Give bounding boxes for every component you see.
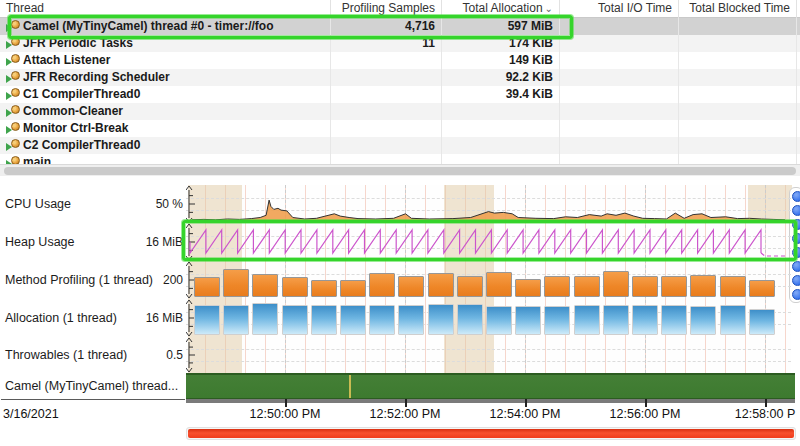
value-cell [560, 86, 679, 103]
time-tick-label: 12:54:00 PM [490, 407, 561, 421]
column-header-profiling-samples[interactable]: Profiling Samples [331, 0, 442, 18]
value-cell [560, 120, 679, 137]
table-row[interactable]: JFR Periodic Tasks11174 KiB [0, 35, 800, 52]
allocation-chart[interactable] [186, 299, 791, 337]
lane-divider [1, 399, 185, 400]
table-row[interactable]: Camel (MyTinyCamel) thread #0 - timer://… [0, 18, 800, 35]
lane-axis-tick-label: 16 MiB [146, 235, 183, 249]
thread-name-cell: C2 CompilerThread0 [0, 137, 331, 154]
table-row[interactable]: Attach Listener149 KiB [0, 52, 800, 69]
value-cell [331, 52, 442, 69]
method-profiling-chart-bar [223, 269, 249, 297]
lane-label-allocation-1-thread: Allocation (1 thread)16 MiB [0, 299, 186, 337]
value-cell [331, 137, 442, 154]
value-cell: 11 [331, 35, 442, 52]
table-scrollbar-thumb[interactable] [4, 167, 796, 175]
table-row[interactable]: JFR Recording Scheduler92.2 KiB [0, 69, 800, 86]
lane-label-throwables-1-thread: Throwables (1 thread)0.5 [0, 337, 186, 373]
lane-title: Heap Usage [5, 235, 75, 249]
chart-zoom-button[interactable] [792, 275, 800, 286]
throwables-chart[interactable] [186, 337, 791, 373]
value-cell: 174 KiB [442, 35, 560, 52]
thread-table: ThreadProfiling SamplesTotal Allocation⌄… [0, 0, 800, 176]
allocation-chart-bar [632, 305, 658, 335]
column-header-total-i/o-time[interactable]: Total I/O Time [560, 0, 679, 18]
lane-title: Throwables (1 thread) [5, 348, 127, 362]
chart-zoom-button[interactable] [792, 191, 800, 202]
value-cell [679, 69, 797, 86]
value-cell [679, 120, 797, 137]
table-row[interactable]: C2 CompilerThread0 [0, 137, 800, 154]
lane-title: Allocation (1 thread) [5, 311, 117, 325]
column-header-total-allocation[interactable]: Total Allocation⌄ [442, 0, 560, 18]
time-tick-label: 12:56:00 PM [610, 407, 681, 421]
lane-label-heap-usage: Heap Usage16 MiB [0, 223, 186, 261]
chart-zoom-button[interactable] [792, 219, 800, 230]
horizontal-gridline [186, 349, 791, 350]
thread-icon [6, 88, 21, 100]
allocation-chart-bar [544, 306, 570, 335]
chart-zoom-button[interactable] [792, 289, 800, 300]
value-cell: 39.4 KiB [442, 86, 560, 103]
thread-name-cell: JFR Recording Scheduler [0, 69, 331, 86]
allocation-chart-bar [661, 305, 687, 335]
thread-name-cell: Common-Cleaner [0, 103, 331, 120]
thread-event-marker [349, 375, 351, 398]
allocation-chart-bar [749, 309, 775, 335]
method-profiling-chart-bar [282, 277, 308, 298]
table-row[interactable]: Common-Cleaner [0, 103, 800, 120]
lane-axis-tick-label: 16 MiB [146, 311, 183, 325]
time-tick-label: 12:50:00 PM [250, 407, 321, 421]
lane-label-cpu-usage: CPU Usage50 % [0, 185, 186, 223]
table-row[interactable]: C1 CompilerThread039.4 KiB [0, 86, 800, 103]
method-profiling-chart-bar [194, 277, 220, 298]
thread-icon [6, 71, 21, 83]
sort-descending-icon: ⌄ [545, 3, 553, 14]
lane-value-axis [186, 337, 198, 373]
thread-icon [6, 37, 21, 49]
chart-zoom-button[interactable] [792, 247, 800, 258]
table-row[interactable]: Monitor Ctrl-Break [0, 120, 800, 137]
value-cell [331, 86, 442, 103]
method-profiling-chart-bar [398, 276, 424, 297]
value-cell [560, 103, 679, 120]
camel-thread-span-chart[interactable] [186, 373, 795, 399]
value-cell [679, 103, 797, 120]
date-label: 3/16/2021 [3, 407, 59, 421]
time-tick-label: 12:52:00 PM [370, 407, 441, 421]
lane-axis-tick-label: 200 [163, 273, 183, 287]
chart-zoom-button[interactable] [792, 233, 800, 244]
value-cell: 92.2 KiB [442, 69, 560, 86]
allocation-chart-bar [574, 305, 600, 335]
allocation-chart-bar [428, 304, 454, 335]
table-horizontal-scrollbar[interactable] [0, 164, 800, 176]
thread-icon [6, 54, 21, 66]
cpu-usage-series [186, 185, 791, 223]
thread-name-cell: JFR Periodic Tasks [0, 35, 331, 52]
method-profiling-chart[interactable] [186, 261, 791, 299]
chart-zoom-button[interactable] [792, 261, 800, 272]
value-cell [442, 120, 560, 137]
lane-label-method-profiling-1-thread: Method Profiling (1 thread)200 [0, 261, 186, 299]
heap-usage-chart[interactable] [186, 223, 791, 261]
method-profiling-chart-bar [603, 271, 629, 297]
chart-zoom-button[interactable] [792, 205, 800, 216]
time-axis-strip [186, 399, 795, 403]
method-profiling-chart-bar [544, 276, 570, 297]
value-cell [560, 137, 679, 154]
method-profiling-chart-bar [661, 276, 687, 297]
value-cell [331, 120, 442, 137]
thread-icon [6, 122, 21, 134]
range-navigator-bar[interactable] [188, 429, 794, 438]
allocation-chart-bar [282, 305, 308, 335]
lane-axis-tick-label: 0.5 [166, 348, 183, 362]
range-navigator-track[interactable] [186, 427, 796, 440]
method-profiling-chart-bar [252, 274, 278, 297]
column-header-total-blocked-time[interactable]: Total Blocked Time [679, 0, 797, 18]
method-profiling-chart-bar [720, 276, 746, 297]
thread-table-header: ThreadProfiling SamplesTotal Allocation⌄… [0, 0, 800, 18]
column-header-thread[interactable]: Thread [0, 0, 331, 18]
cpu-usage-chart[interactable] [186, 185, 791, 223]
method-profiling-chart-bar [428, 273, 454, 297]
allocation-chart-bar [603, 305, 629, 335]
